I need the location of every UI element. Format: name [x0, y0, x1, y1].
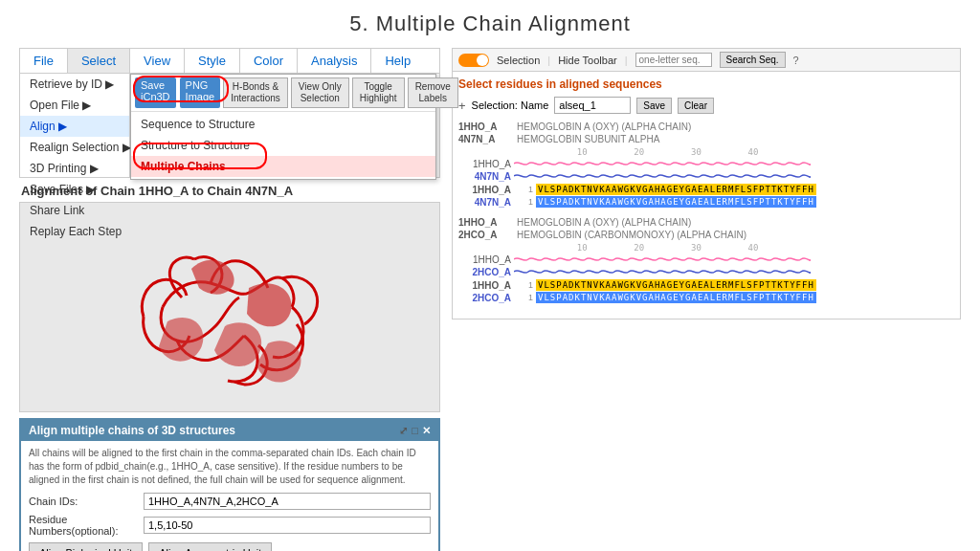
page-title: 5. Multiple Chain Alignment	[0, 0, 980, 44]
view-only-btn[interactable]: View OnlySelection	[291, 77, 349, 108]
align-dialog-icons: ⤢ □ ✕	[399, 425, 431, 437]
file-retrieve[interactable]: Retrieve by ID ▶	[20, 74, 129, 95]
menu-style[interactable]: Style	[185, 49, 240, 73]
right-panel: Selection | Hide Toolbar | Search Seq. ?…	[452, 48, 961, 551]
wavy-label-4n7n: 4N7N_A	[458, 171, 511, 182]
help-icon[interactable]: ?	[793, 55, 799, 66]
selection-label: Selection	[497, 55, 540, 66]
toolbar-sep: |	[547, 55, 550, 66]
seq-num-4: 1	[514, 293, 533, 302]
menu-view[interactable]: View	[130, 49, 185, 73]
seq-row-1hho-1: 1HHO_A 1 VLSPADKTNVKAAWGKVGAHAGEYGAEALER…	[458, 184, 954, 195]
chain2-desc-1: HEMOGLOBIN SUBUNIT ALPHA	[517, 134, 659, 144]
png-image-btn[interactable]: PNG Image	[180, 77, 221, 108]
seq-chain-label-2hco: 2HCO_A	[458, 293, 511, 303]
save-group: Save iCn3D PNG Image	[135, 77, 220, 108]
selection-toolbar: Selection | Hide Toolbar | Search Seq. ?	[452, 48, 961, 72]
wavy-label-2hco: 2HCO_A	[458, 267, 511, 277]
seq-row-1hho-2: 1HHO_A 1 VLSPADKTNVKAAWGKVGAHAGEYGAEALER…	[458, 279, 954, 291]
wavy-line-1hho-2	[514, 253, 811, 265]
save-icn3d-btn[interactable]: Save iCn3D	[135, 77, 176, 108]
seq-num-1: 1	[514, 185, 533, 194]
chain-ids-label: Chain IDs:	[29, 496, 144, 507]
file-open[interactable]: Open File ▶	[20, 95, 129, 116]
wavy-line-4n7n	[514, 170, 811, 182]
file-replay[interactable]: Replay Each Step	[20, 221, 129, 242]
align-asym-btn[interactable]: Align Asymmetric Unit	[148, 542, 272, 551]
protein-structure-svg	[105, 211, 354, 403]
maximize-dialog-icon[interactable]: □	[412, 425, 418, 437]
select-dropdown: Save iCn3D PNG Image H-Bonds &Interactio…	[130, 74, 436, 180]
seq-num-3: 1	[514, 280, 533, 290]
selection-name-input[interactable]	[554, 97, 631, 114]
wavy-label-1hho: 1HHO_A	[458, 159, 511, 169]
seq-to-struct[interactable]: Sequence to Structure	[131, 114, 435, 135]
align-btn-row: Align Biological Unit Align Asymmetric U…	[29, 542, 431, 551]
wavy-line-2hco	[514, 266, 811, 277]
toggle-knob	[477, 55, 488, 66]
align-bio-btn[interactable]: Align Biological Unit	[29, 542, 143, 551]
one-letter-input[interactable]	[635, 53, 712, 67]
chain2-label-1: 4N7N_A	[458, 134, 511, 145]
seq-row-4n7n-1: 4N7N_A 1 VLSPADKTNVKAAWGKVGAHAGEYGAEALER…	[458, 196, 954, 208]
toggle-button[interactable]	[458, 54, 489, 67]
seq-1hho-2-residues[interactable]: VLSPADKTNVKAAWGKVGAHAGEYGAEALERMFLSFPTTK…	[536, 279, 816, 291]
chain1-label-1: 1HHO_A	[458, 121, 511, 133]
save-selection-btn[interactable]: Save	[636, 98, 672, 114]
h-bonds-btn[interactable]: H-Bonds &Interactions	[223, 77, 288, 108]
seq-group-1: 1HHO_A HEMOGLOBIN A (OXY) (ALPHA CHAIN) …	[458, 121, 954, 208]
menu-bar: File Select View Style Color Analysis He…	[19, 48, 440, 73]
chain-ids-input[interactable]	[144, 493, 431, 510]
residue-numbers-row: ResidueNumbers(optional):	[29, 514, 431, 537]
wavy-line-1hho	[514, 158, 811, 169]
file-align[interactable]: Align ▶	[20, 116, 129, 137]
menu-help[interactable]: Help	[371, 49, 424, 73]
menu-analysis[interactable]: Analysis	[298, 49, 371, 73]
seq-row-2hco: 2HCO_A 1 VLSPADKTNVKAAWGKVGAHAGEYGAEALER…	[458, 292, 954, 303]
seq-1hho-residues[interactable]: VLSPADKTNVKAAWGKVGAHAGEYGAEALERMFLSFPTTK…	[536, 184, 816, 195]
menu-select[interactable]: Select	[68, 49, 130, 73]
file-share[interactable]: Share Link	[20, 200, 129, 221]
multiple-chains[interactable]: Multiple Chains	[131, 156, 435, 177]
menu-color[interactable]: Color	[240, 49, 298, 73]
selection-name-label: Selection: Name	[472, 99, 549, 111]
seq-group-2: 1HHO_A HEMOGLOBIN A (OXY) (ALPHA CHAIN) …	[458, 217, 954, 303]
sequence-panel: Select residues in aligned sequences + S…	[452, 72, 961, 320]
file-printing[interactable]: 3D Printing ▶	[20, 158, 129, 179]
chain1-desc-1: HEMOGLOBIN A (OXY) (ALPHA CHAIN)	[517, 121, 691, 132]
hide-toolbar-label: Hide Toolbar	[558, 55, 617, 66]
seq-chain-label-4n7n: 4N7N_A	[458, 197, 511, 208]
close-dialog-icon[interactable]: ✕	[422, 425, 431, 437]
toolbar-area: Retrieve by ID ▶ Open File ▶ Align ▶ Rea…	[19, 73, 440, 178]
struct-to-struct[interactable]: Structure to Structure	[131, 135, 435, 156]
menu-file[interactable]: File	[20, 49, 68, 73]
residue-numbers-label: ResidueNumbers(optional):	[29, 514, 144, 537]
chain2-desc-2: HEMOGLOBIN (CARBONMONOXY) (ALPHA CHAIN)	[517, 230, 746, 240]
left-panel: File Select View Style Color Analysis He…	[19, 48, 440, 551]
toggle-switch[interactable]	[458, 54, 489, 67]
search-seq-btn[interactable]: Search Seq.	[720, 52, 786, 68]
chain-ids-row: Chain IDs:	[29, 493, 431, 510]
seq-panel-title: Select residues in aligned sequences	[458, 77, 954, 91]
file-realign[interactable]: Realign Selection ▶	[20, 137, 129, 158]
plus-icon[interactable]: +	[458, 99, 466, 113]
seq-chain-label-1hho-2: 1HHO_A	[458, 280, 511, 291]
clear-selection-btn[interactable]: Clear	[678, 98, 714, 114]
seq-num-2: 1	[514, 197, 533, 207]
seq-chain-label-1hho: 1HHO_A	[458, 185, 511, 195]
align-dialog-title-bar: Align multiple chains of 3D structures ⤢…	[21, 420, 438, 441]
num-row-1: 10 20 30 40	[458, 147, 954, 157]
chain1-desc-2: HEMOGLOBIN A (OXY) (ALPHA CHAIN)	[517, 217, 691, 228]
wavy-label-1hho-2: 1HHO_A	[458, 254, 511, 265]
residue-numbers-input[interactable]	[144, 517, 431, 534]
file-save[interactable]: Save Files ▶	[20, 179, 129, 200]
chain2-label-2: 2HCO_A	[458, 230, 511, 241]
remove-labels-btn[interactable]: RemoveLabels	[408, 77, 458, 108]
seq-2hco-residues[interactable]: VLSPADKTNVKAAWGKVGAHAGEYGAEALERMFLSFPTTK…	[536, 292, 816, 303]
seq-4n7n-residues[interactable]: VLSPADKTNVKAAWGKVGAHAGEYGAEALERMFLSFPTTK…	[536, 196, 816, 208]
selection-name-row: + Selection: Name Save Clear	[458, 97, 954, 114]
num-row-2: 10 20 30 40	[458, 243, 954, 253]
align-dialog-body: All chains will be aligned to the first …	[21, 441, 438, 551]
toggle-highlight-btn[interactable]: ToggleHighlight	[352, 77, 405, 108]
expand-dialog-icon[interactable]: ⤢	[399, 425, 408, 437]
